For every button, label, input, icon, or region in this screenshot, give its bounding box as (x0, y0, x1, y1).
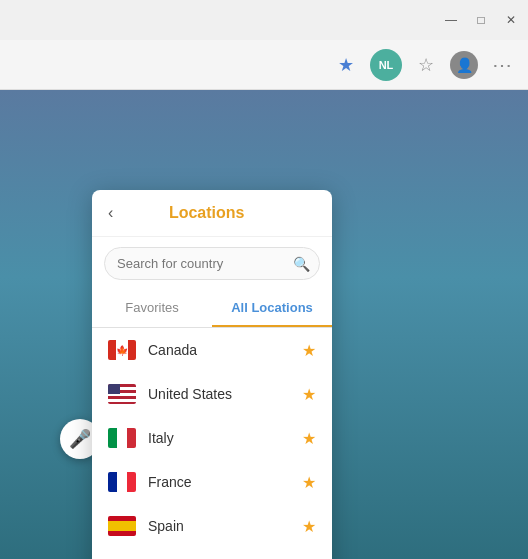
search-box: 🔍 (104, 247, 320, 280)
star-icon[interactable]: ★ (302, 429, 316, 448)
star-icon[interactable]: ★ (302, 473, 316, 492)
popup-title: Locations (121, 204, 292, 222)
browser-toolbar: ★ NL ☆ 👤 ⋯ (0, 40, 528, 90)
favorites-icon[interactable]: ☆ (412, 51, 440, 79)
close-button[interactable]: ✕ (502, 11, 520, 29)
flag-italy (108, 428, 136, 448)
flag-spain (108, 516, 136, 536)
star-icon[interactable]: ★ (302, 385, 316, 404)
country-name: United States (148, 386, 302, 402)
avatar[interactable]: 👤 (450, 51, 478, 79)
list-item[interactable]: 🍁 Canada ★ (92, 328, 332, 372)
list-item[interactable]: United States ★ (92, 372, 332, 416)
vpn-icon[interactable]: NL (370, 49, 402, 81)
list-item[interactable]: Finland ★ (92, 548, 332, 559)
popup-header: ‹ Locations (92, 190, 332, 237)
country-name: France (148, 474, 302, 490)
minimize-button[interactable]: — (442, 11, 460, 29)
list-item[interactable]: France ★ (92, 460, 332, 504)
tab-favorites[interactable]: Favorites (92, 290, 212, 327)
locations-popup: ‹ Locations 🔍 Favorites All Locations (92, 190, 332, 559)
browser-content: 🎤 ‹ Locations 🔍 Favorites All Locations (0, 90, 528, 559)
menu-button[interactable]: ⋯ (488, 51, 516, 79)
star-icon[interactable]: ★ (302, 341, 316, 360)
back-button[interactable]: ‹ (108, 204, 113, 222)
search-input[interactable] (104, 247, 320, 280)
locations-list: 🍁 Canada ★ United States ★ (92, 328, 332, 559)
mic-icon: 🎤 (69, 428, 91, 450)
flag-usa (108, 384, 136, 404)
country-name: Canada (148, 342, 302, 358)
tabs-row: Favorites All Locations (92, 290, 332, 328)
list-item[interactable]: Italy ★ (92, 416, 332, 460)
flag-canada: 🍁 (108, 340, 136, 360)
browser-window: — □ ✕ ★ NL ☆ 👤 ⋯ 🎤 ‹ Locations (0, 0, 528, 559)
flag-france (108, 472, 136, 492)
country-name: Italy (148, 430, 302, 446)
titlebar: — □ ✕ (0, 0, 528, 40)
search-icon[interactable]: 🔍 (293, 256, 310, 272)
list-item[interactable]: Spain ★ (92, 504, 332, 548)
star-icon[interactable]: ★ (302, 517, 316, 536)
bookmark-icon[interactable]: ★ (332, 51, 360, 79)
maximize-button[interactable]: □ (472, 11, 490, 29)
country-name: Spain (148, 518, 302, 534)
tab-all-locations[interactable]: All Locations (212, 290, 332, 327)
